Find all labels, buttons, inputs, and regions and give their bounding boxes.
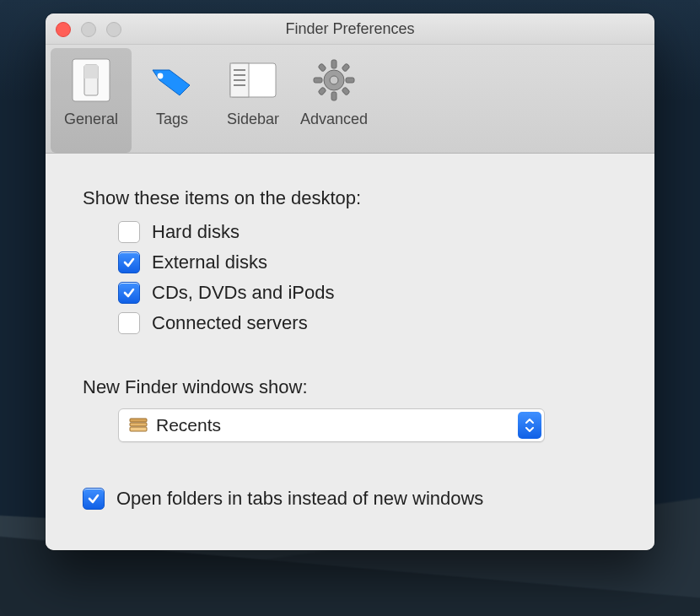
tab-sidebar[interactable]: Sidebar: [213, 48, 293, 153]
tab-label: Sidebar: [227, 111, 279, 128]
svg-rect-20: [130, 419, 147, 422]
popup-selected-value: Recents: [156, 415, 221, 435]
tag-icon: [147, 55, 197, 105]
svg-rect-21: [130, 423, 147, 426]
checkbox-label: Open folders in tabs instead of new wind…: [116, 489, 483, 508]
checkbox-cds-dvds-ipods[interactable]: [118, 282, 140, 304]
svg-rect-18: [342, 63, 350, 72]
svg-rect-13: [331, 92, 337, 100]
window-title: Finder Preferences: [285, 20, 414, 38]
content-pane: Show these items on the desktop: Hard di…: [46, 154, 654, 550]
checkbox-external-disks[interactable]: [118, 251, 140, 273]
tab-general[interactable]: General: [51, 48, 132, 153]
svg-rect-17: [342, 87, 350, 95]
close-button[interactable]: [56, 22, 71, 37]
checkbox-connected-servers[interactable]: [118, 312, 140, 334]
sidebar-icon: [228, 55, 278, 105]
checkbox-open-in-tabs[interactable]: [83, 488, 105, 510]
svg-rect-12: [331, 60, 337, 68]
svg-rect-19: [318, 87, 326, 95]
titlebar: Finder Preferences: [46, 14, 654, 45]
checkbox-label: Hard disks: [152, 223, 240, 241]
svg-point-3: [158, 73, 164, 79]
checkbox-label: Connected servers: [152, 314, 308, 332]
svg-rect-16: [318, 63, 326, 72]
checkbox-label: CDs, DVDs and iPods: [152, 284, 334, 302]
svg-rect-15: [346, 78, 354, 83]
tab-label: General: [64, 111, 118, 128]
svg-rect-22: [130, 427, 147, 431]
toolbar: General Tags S: [46, 45, 654, 154]
recents-icon: [127, 416, 149, 435]
desktop-items-heading: Show these items on the desktop:: [83, 187, 617, 209]
new-window-popup[interactable]: Recents: [118, 408, 545, 442]
svg-rect-2: [84, 65, 98, 78]
popup-arrows-icon: [518, 412, 541, 439]
tab-label: Tags: [156, 111, 188, 128]
tab-label: Advanced: [300, 111, 368, 128]
gear-icon: [309, 55, 359, 105]
svg-rect-14: [314, 78, 322, 83]
light-switch-icon: [66, 55, 116, 105]
new-window-heading: New Finder windows show:: [83, 376, 617, 398]
tab-tags[interactable]: Tags: [132, 48, 213, 153]
zoom-button[interactable]: [106, 22, 121, 37]
minimize-button[interactable]: [81, 22, 96, 37]
checkbox-label: External disks: [152, 253, 267, 272]
checkbox-hard-disks[interactable]: [118, 221, 140, 243]
tab-advanced[interactable]: Advanced: [293, 48, 374, 153]
preferences-window: Finder Preferences General Tags: [46, 14, 654, 550]
svg-point-11: [330, 76, 338, 84]
